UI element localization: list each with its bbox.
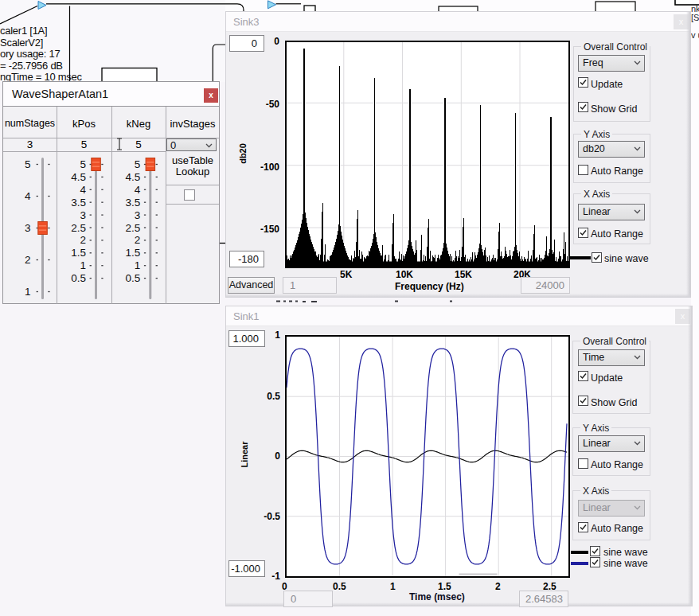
svg-text:4: 4 xyxy=(80,184,86,196)
svg-text:5: 5 xyxy=(80,158,86,170)
svg-text:5: 5 xyxy=(25,158,31,170)
svg-text:3: 3 xyxy=(25,222,31,234)
svg-text:0.5: 0.5 xyxy=(71,272,86,284)
svg-text:1.5: 1.5 xyxy=(71,247,86,259)
svg-text:4: 4 xyxy=(135,184,141,196)
svg-text:5: 5 xyxy=(135,158,141,170)
svg-text:0.5: 0.5 xyxy=(126,272,141,284)
svg-text:1: 1 xyxy=(80,259,86,271)
svg-text:3.5: 3.5 xyxy=(126,197,141,209)
svg-text:3.5: 3.5 xyxy=(71,197,86,209)
svg-text:2: 2 xyxy=(80,234,86,246)
svg-text:4.5: 4.5 xyxy=(126,171,141,183)
svg-text:3: 3 xyxy=(80,209,86,221)
svg-text:2.5: 2.5 xyxy=(71,222,86,234)
svg-text:1: 1 xyxy=(135,259,141,271)
svg-text:1: 1 xyxy=(25,286,31,298)
svg-text:4.5: 4.5 xyxy=(71,171,86,183)
svg-text:2.5: 2.5 xyxy=(126,222,141,234)
svg-text:4: 4 xyxy=(25,190,31,202)
svg-text:3: 3 xyxy=(135,209,141,221)
svg-text:2: 2 xyxy=(25,254,31,266)
svg-text:1.5: 1.5 xyxy=(126,247,141,259)
svg-text:2: 2 xyxy=(135,234,141,246)
